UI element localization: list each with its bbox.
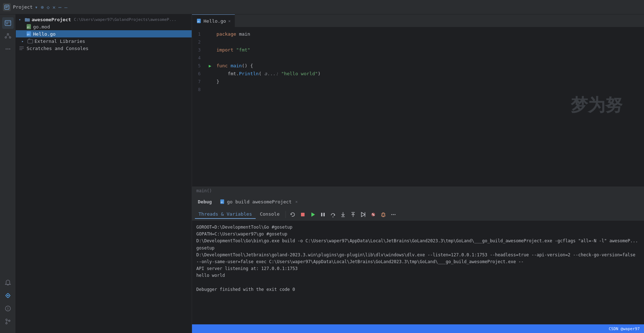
tree-item-scratches[interactable]: Scratches and Consoles xyxy=(16,45,192,52)
svg-point-57 xyxy=(393,214,394,215)
line-number-1: 1 xyxy=(192,30,206,38)
tab-hellogo[interactable]: go Hello.go ✕ xyxy=(192,14,235,27)
svg-marker-42 xyxy=(311,212,315,217)
tree-item-hellogo[interactable]: go Hello.go xyxy=(16,30,192,37)
console-output[interactable]: GOROOT=D:\DevelopmentTool\Go #gosetup GO… xyxy=(192,221,644,324)
sidebar-item-vcs[interactable] xyxy=(2,316,14,327)
svg-point-14 xyxy=(9,49,10,50)
clear-button[interactable] xyxy=(379,210,388,219)
bookmark-icon[interactable]: ◇ xyxy=(47,4,50,10)
sidebar-item-project[interactable] xyxy=(2,17,14,29)
tab-hellogo-label: Hello.go xyxy=(204,18,226,24)
svg-text:go: go xyxy=(27,26,30,28)
editor-status-text: main() xyxy=(196,188,212,193)
console-line-6: API server listening at: 127.0.0.1:1753 xyxy=(196,265,640,272)
minimize-icon[interactable]: — xyxy=(64,4,67,10)
sidebar-item-notifications[interactable] xyxy=(2,277,14,288)
code-line-3: 3 import "fmt" xyxy=(192,46,644,54)
stop-button[interactable] xyxy=(298,210,307,219)
tree-item-external-libs[interactable]: ▸ External Libraries xyxy=(16,37,192,45)
sidebar-icons xyxy=(0,14,16,333)
debug-label: Debug xyxy=(195,199,215,204)
location-icon[interactable]: ⊕ xyxy=(41,4,44,10)
svg-rect-44 xyxy=(323,213,325,216)
tree-extlibs-label: External Libraries xyxy=(35,39,85,44)
line-number-7: 7 xyxy=(192,78,206,86)
tree-item-gomod[interactable]: go go.mod xyxy=(16,23,192,30)
run-icon[interactable]: ▶ xyxy=(209,62,211,70)
step-out-button[interactable] xyxy=(348,210,358,219)
svg-text:go: go xyxy=(221,201,223,203)
svg-text:go: go xyxy=(27,33,30,36)
more-icon[interactable]: ⋯ xyxy=(59,4,61,10)
debug-tab-build[interactable]: go go build awesomeProject ✕ xyxy=(216,198,301,206)
svg-point-24 xyxy=(6,319,7,320)
line-number-8: 8 xyxy=(192,86,206,94)
tab-close-icon[interactable]: ✕ xyxy=(228,19,231,23)
code-line-4: 4 xyxy=(192,54,644,62)
file-tree-content: ▾ awesomeProject C:\Users\waper97\Goland… xyxy=(16,14,192,333)
svg-point-23 xyxy=(8,310,8,310)
console-line-5: D:\DevelopmentTool\Jetbrains\goland-2023… xyxy=(196,252,640,265)
svg-point-16 xyxy=(7,295,9,296)
sidebar-item-more[interactable] xyxy=(2,43,14,55)
project-icon xyxy=(3,3,11,11)
svg-rect-33 xyxy=(28,40,33,43)
svg-point-9 xyxy=(9,37,11,38)
tab-threads-variables[interactable]: Threads & Variables xyxy=(195,210,256,219)
svg-marker-50 xyxy=(361,212,365,217)
code-line-1: 1 package main xyxy=(192,30,644,38)
console-line-8 xyxy=(196,279,640,286)
step-over-button[interactable] xyxy=(328,210,338,219)
svg-point-12 xyxy=(5,49,6,50)
pause-button[interactable] xyxy=(318,210,328,219)
console-line-2: GOPATH=C:\Users\waper97\go #gosetup xyxy=(196,231,640,238)
debug-build-tab-label: go build awesomeProject xyxy=(227,199,292,204)
tab-bar: go Hello.go ✕ xyxy=(192,14,644,27)
chevron-down-icon[interactable]: ▾ xyxy=(35,4,38,10)
svg-rect-43 xyxy=(321,213,323,216)
bottom-toolbar: Threads & Variables Console xyxy=(192,208,644,221)
console-line-3: D:\DevelopmentTool\Go\bin\go.exe build -… xyxy=(196,238,640,244)
line-content-6: fmt.Println( a...: "hello world") xyxy=(214,70,644,78)
tree-root-path: C:\Users\waper97\GolandProjects\awesomeP… xyxy=(74,17,177,22)
sidebar-item-structure[interactable] xyxy=(2,30,14,42)
code-editor[interactable]: 1 package main 2 3 import "fmt" xyxy=(192,27,644,186)
sidebar-item-problems[interactable] xyxy=(2,303,14,314)
debug-tab-close-icon[interactable]: ✕ xyxy=(295,199,298,204)
status-bar: CSDN @waper97 xyxy=(192,324,644,333)
title-bar: Project ▾ ⊕ ◇ ✕ ⋯ — xyxy=(0,0,644,14)
svg-point-8 xyxy=(5,37,6,38)
title-bar-left: Project ▾ xyxy=(3,3,38,11)
line-number-4: 4 xyxy=(192,54,206,62)
resume-button[interactable] xyxy=(308,210,318,219)
run-to-cursor-button[interactable] xyxy=(358,210,368,219)
status-right-text: CSDN @waper97 xyxy=(609,327,640,331)
project-label: Project xyxy=(13,4,33,10)
line-content-3: import "fmt" xyxy=(214,46,644,54)
sidebar-icons-bottom xyxy=(2,277,14,330)
mute-breakpoints-button[interactable] xyxy=(369,210,378,219)
line-number-3: 3 xyxy=(192,46,206,54)
tab-console[interactable]: Console xyxy=(256,210,283,219)
svg-point-25 xyxy=(6,323,7,324)
line-content-5: func main() { xyxy=(214,62,644,70)
toolbar-separator xyxy=(286,211,286,218)
line-number-2: 2 xyxy=(192,38,206,46)
main-layout: ▾ awesomeProject C:\Users\waper97\Goland… xyxy=(0,14,644,333)
line-content-7: } xyxy=(214,78,644,86)
tree-item-root[interactable]: ▾ awesomeProject C:\Users\waper97\Goland… xyxy=(16,16,192,23)
close-icon[interactable]: ✕ xyxy=(52,4,55,10)
console-line-1: GOROOT=D:\DevelopmentTool\Go #gosetup xyxy=(196,224,640,231)
svg-line-10 xyxy=(6,35,8,37)
editor-area: go Hello.go ✕ 1 package main 2 xyxy=(192,14,644,195)
console-line-4: gosetup xyxy=(196,245,640,252)
more-options-button[interactable] xyxy=(389,210,398,219)
step-into-button[interactable] xyxy=(338,210,348,219)
svg-rect-41 xyxy=(301,213,305,216)
title-bar-icons: ⊕ ◇ ✕ ⋯ — xyxy=(41,4,67,10)
svg-rect-1 xyxy=(5,6,8,7)
svg-point-58 xyxy=(394,214,396,215)
restart-button[interactable] xyxy=(288,210,297,219)
sidebar-item-debug[interactable] xyxy=(2,290,14,301)
